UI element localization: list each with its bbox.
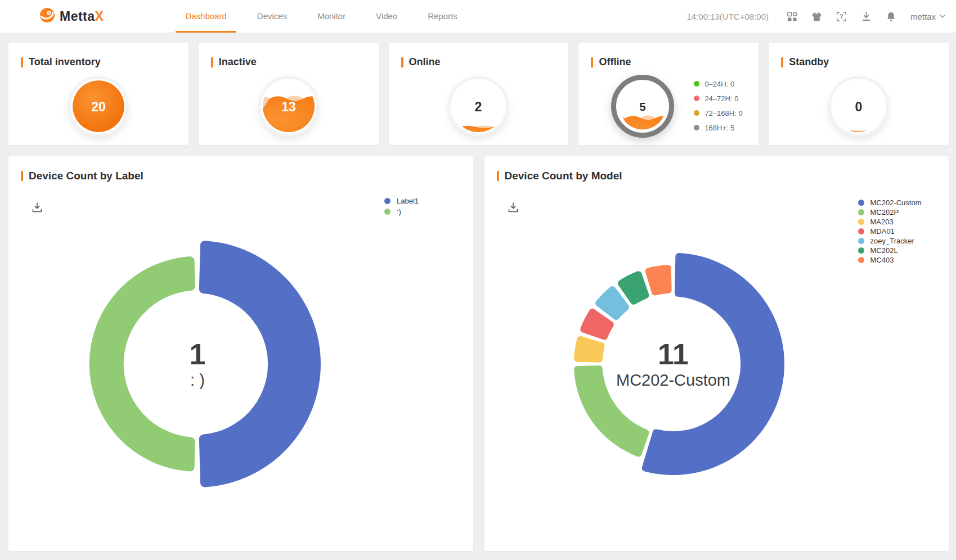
card-title: Online	[401, 56, 441, 68]
clock: 14:00:13(UTC+08:00)	[686, 12, 769, 21]
stat-card-total-inventory: Total inventory 20	[8, 43, 188, 145]
scan-question-icon[interactable]: ?	[836, 11, 847, 22]
card-title: Offline	[591, 56, 631, 68]
donut-segment-MC403[interactable]	[645, 265, 671, 296]
stat-card-standby: Standby 0	[769, 43, 949, 145]
brand-logo-icon	[39, 7, 55, 25]
stat-card-inactive: Inactive 13	[199, 43, 379, 145]
notification-bell-icon[interactable]	[886, 11, 897, 22]
offline-age-legend: 0–24H: 0 24–72H: 0 72–168H: 0 168H+: 5	[694, 76, 742, 135]
svg-text:0: 0	[855, 100, 863, 114]
stat-card-online: Online 2	[389, 43, 569, 145]
apps-grid-icon[interactable]	[787, 11, 798, 22]
top-header: MettaX DashboardDevicesMonitorVideoRepor…	[0, 0, 956, 33]
legend-dot	[694, 125, 699, 130]
donut-chart-label[interactable]	[8, 156, 473, 550]
user-menu[interactable]: mettax	[910, 12, 946, 21]
title-accent-bar	[781, 57, 783, 67]
user-name: mettax	[910, 12, 936, 21]
nav-tab-devices[interactable]: Devices	[248, 0, 297, 33]
brand-name: MettaX	[60, 9, 104, 24]
nav-tab-dashboard[interactable]: Dashboard	[176, 0, 236, 33]
stat-card-offline: Offline 5 0–24H: 0 24–72H: 0 72–168H: 0 …	[578, 43, 758, 145]
title-accent-bar	[591, 57, 593, 67]
card-title: Total inventory	[21, 56, 101, 68]
donut-segment-MC202P[interactable]	[573, 365, 648, 457]
legend-dot	[694, 110, 699, 116]
panel-device-count-by-model: Device Count by Model MC202-Custom MC202…	[484, 156, 949, 551]
main-nav: DashboardDevicesMonitorVideoReports	[170, 0, 472, 33]
liquid-gauge: 2	[451, 79, 506, 134]
chart-panels-row: Device Count by Label Label1 :) 1 : ) De…	[8, 156, 949, 551]
title-accent-bar	[211, 57, 213, 67]
liquid-gauge: 0	[831, 79, 886, 134]
download-icon[interactable]	[861, 11, 872, 22]
title-accent-bar	[401, 57, 403, 67]
legend-dot	[694, 81, 699, 87]
card-title: Inactive	[211, 56, 257, 68]
legend-dot	[694, 96, 699, 101]
nav-tab-video[interactable]: Video	[366, 0, 407, 33]
svg-text:?: ?	[840, 13, 843, 20]
title-accent-bar	[21, 57, 23, 67]
brand-logo[interactable]: MettaX	[39, 7, 104, 25]
theme-shirt-icon[interactable]	[811, 11, 823, 22]
legend-item: 72–168H: 0	[694, 106, 742, 120]
chevron-down-icon	[939, 12, 946, 21]
stat-cards-row: Total inventory 20 Inactive 13 Online	[8, 43, 949, 145]
svg-text:2: 2	[475, 100, 482, 114]
nav-tab-reports[interactable]: Reports	[418, 0, 467, 33]
nav-tab-monitor[interactable]: Monitor	[308, 0, 355, 33]
legend-item: 168H+: 5	[694, 120, 742, 135]
svg-text:13: 13	[281, 100, 296, 114]
donut-segment-:)[interactable]	[89, 256, 195, 471]
legend-item: 0–24H: 0	[694, 76, 742, 91]
svg-text:20: 20	[91, 100, 106, 114]
donut-segment-MA203[interactable]	[573, 336, 604, 363]
svg-text:5: 5	[640, 100, 646, 113]
liquid-gauge: 13	[261, 79, 316, 134]
liquid-gauge: 20	[71, 79, 126, 134]
offline-gauge-ring: 5	[611, 75, 674, 138]
donut-segment-Label1[interactable]	[199, 241, 321, 487]
panel-device-count-by-label: Device Count by Label Label1 :) 1 : )	[8, 156, 473, 551]
donut-chart-model[interactable]	[484, 156, 949, 550]
legend-item: 24–72H: 0	[694, 91, 742, 106]
card-title: Standby	[781, 56, 829, 68]
